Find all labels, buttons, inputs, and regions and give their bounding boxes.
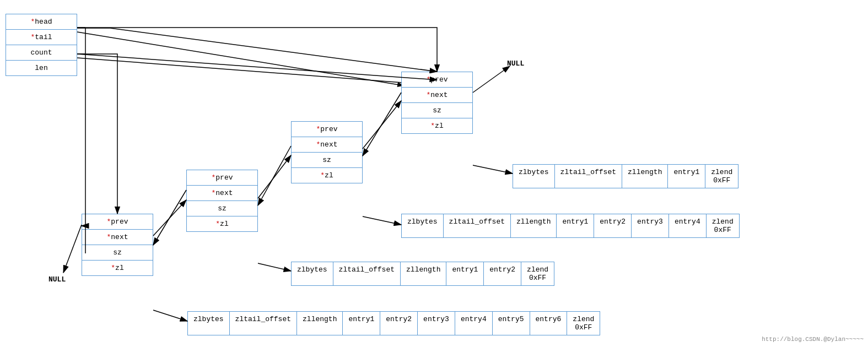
- svg-line-4: [153, 200, 186, 236]
- node1-sz: sz: [82, 245, 153, 261]
- zl3-zltail: zltail_offset: [444, 214, 511, 237]
- node3-next: *next: [292, 137, 362, 153]
- zl2-entry2: entry2: [484, 262, 521, 285]
- zl1-entry1: entry1: [343, 312, 380, 335]
- zl2-zlbytes: zlbytes: [292, 262, 333, 285]
- zl1-entry6: entry6: [530, 312, 568, 335]
- zl1-zlend: zlend0xFF: [567, 312, 600, 335]
- node4-box: *prev *next sz *zl: [401, 72, 473, 134]
- null-bottom-label: NULL: [48, 275, 66, 284]
- node3-sz: sz: [292, 153, 362, 168]
- zl2-zltail: zltail_offset: [333, 262, 401, 285]
- count-cell: count: [6, 45, 77, 61]
- zl4-box: zlbytes zltail_offset zllength entry1 zl…: [513, 164, 738, 188]
- svg-line-7: [258, 146, 291, 205]
- node3-prev: *prev: [292, 122, 362, 137]
- node4-next: *next: [402, 88, 472, 103]
- node4-zl: *zl: [402, 118, 472, 133]
- zl3-zllength: zllength: [511, 214, 557, 237]
- node3-zl: *zl: [292, 168, 362, 183]
- svg-line-9: [363, 93, 401, 156]
- zl1-entry2: entry2: [380, 312, 418, 335]
- node2-box: *prev *next sz *zl: [186, 170, 258, 232]
- svg-line-5: [153, 190, 186, 245]
- head-cell: *head: [6, 14, 77, 30]
- zl2-entry1: entry1: [446, 262, 484, 285]
- node2-sz: sz: [187, 201, 257, 216]
- svg-line-13: [363, 216, 401, 225]
- svg-line-3: [63, 225, 82, 273]
- zl4-zltail: zltail_offset: [555, 165, 622, 188]
- zl3-zlend: zlend0xFF: [707, 214, 739, 237]
- node1-next: *next: [82, 230, 153, 245]
- zl1-entry4: entry4: [455, 312, 493, 335]
- zl4-zlbytes: zlbytes: [513, 165, 555, 188]
- zl3-zlbytes: zlbytes: [402, 214, 444, 237]
- zl3-box: zlbytes zltail_offset zllength entry1 en…: [401, 214, 740, 238]
- zl1-entry3: entry3: [418, 312, 455, 335]
- node1-box: *prev *next sz *zl: [82, 214, 153, 276]
- zl3-entry4: entry4: [669, 214, 707, 237]
- svg-line-0: [77, 32, 402, 85]
- node4-sz: sz: [402, 103, 472, 118]
- svg-line-14: [473, 165, 513, 174]
- zl4-zlend: zlend0xFF: [705, 165, 738, 188]
- node2-next: *next: [187, 186, 257, 201]
- svg-line-10: [473, 66, 510, 93]
- zl1-zltail: zltail_offset: [230, 312, 297, 335]
- node3-box: *prev *next sz *zl: [291, 121, 363, 183]
- zl3-entry1: entry1: [557, 214, 594, 237]
- watermark: http://blog.CSDN.@Dylan~~~~~: [762, 336, 864, 343]
- null-top-label: NULL: [507, 59, 524, 68]
- zl1-entry5: entry5: [493, 312, 530, 335]
- zl1-zlbytes: zlbytes: [188, 312, 230, 335]
- zl2-zlend: zlend0xFF: [521, 262, 554, 285]
- svg-line-11: [153, 310, 187, 321]
- node1-zl: *zl: [82, 261, 153, 275]
- zl4-zllength: zllength: [622, 165, 668, 188]
- node2-prev: *prev: [187, 170, 257, 186]
- zl2-box: zlbytes zltail_offset zllength entry1 en…: [291, 262, 554, 286]
- svg-line-6: [258, 155, 291, 198]
- zl1-box: zlbytes zltail_offset zllength entry1 en…: [187, 311, 600, 335]
- zl1-zllength: zllength: [297, 312, 343, 335]
- svg-line-1: [77, 58, 402, 83]
- svg-line-12: [258, 263, 291, 271]
- zl2-zllength: zllength: [401, 262, 446, 285]
- svg-line-8: [363, 101, 401, 149]
- main-list-box: *head *tail count len: [6, 14, 77, 76]
- zl3-entry2: entry2: [594, 214, 632, 237]
- node1-prev: *prev: [82, 214, 153, 230]
- zl4-entry1: entry1: [668, 165, 705, 188]
- zl3-entry3: entry3: [632, 214, 669, 237]
- node2-zl: *zl: [187, 216, 257, 231]
- node4-prev: *prev: [402, 72, 472, 88]
- len-cell: len: [6, 61, 77, 75]
- diagram-container: *head *tail count len *prev *next sz *zl…: [0, 0, 868, 347]
- tail-cell: *tail: [6, 30, 77, 45]
